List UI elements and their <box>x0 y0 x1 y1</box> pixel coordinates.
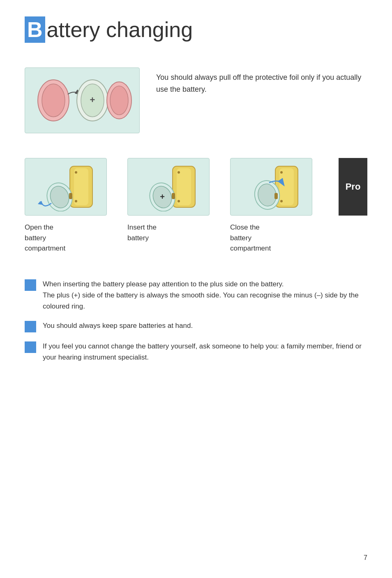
intro-text: You should always pull off the protectiv… <box>156 67 367 95</box>
svg-text:+: + <box>160 192 165 201</box>
intro-battery-svg: + <box>29 72 136 129</box>
title-highlight: B <box>25 16 45 43</box>
note-text-2: You should always keep spare batteries a… <box>43 320 193 331</box>
svg-point-14 <box>75 200 77 202</box>
step-insert: + Insert the battery <box>127 158 218 243</box>
note-item-3: If you feel you cannot change the batter… <box>25 341 367 363</box>
svg-point-1 <box>42 84 65 117</box>
svg-point-6 <box>110 86 128 115</box>
svg-point-22 <box>178 200 180 202</box>
step-insert-image: + <box>127 158 210 216</box>
note-icon-3 <box>25 341 36 353</box>
note-item-1: When inserting the battery please pay at… <box>25 279 367 312</box>
step-insert-label: Insert the battery <box>127 222 157 243</box>
svg-rect-27 <box>274 193 278 199</box>
step-open: Open the battery compartment <box>25 158 115 254</box>
note-icon-2 <box>25 321 36 332</box>
intro-image: + <box>25 67 140 133</box>
note-text-3: If you feel you cannot change the batter… <box>43 341 367 363</box>
step-open-label: Open the battery compartment <box>25 222 65 254</box>
svg-text:+: + <box>90 95 95 105</box>
step-insert-svg: + <box>131 162 205 211</box>
svg-rect-19 <box>172 193 175 199</box>
svg-point-21 <box>178 171 180 174</box>
svg-point-29 <box>280 200 283 202</box>
page-container: Battery changing + <box>0 0 392 578</box>
note-icon-1 <box>25 279 36 291</box>
step-close-image <box>230 158 312 216</box>
step-close-svg <box>234 162 308 211</box>
svg-point-28 <box>280 171 283 174</box>
note-text-1: When inserting the battery please pay at… <box>43 279 367 312</box>
svg-rect-24 <box>279 168 294 205</box>
steps-section: Open the battery compartment + <box>25 158 367 254</box>
title-section: Battery changing <box>25 16 367 43</box>
note-item-2: You should always keep spare batteries a… <box>25 320 367 332</box>
title-rest: attery changing <box>47 17 193 42</box>
page-number: 7 <box>364 554 367 562</box>
step-open-svg <box>29 162 103 211</box>
step-open-image <box>25 158 107 216</box>
svg-rect-11 <box>69 193 72 199</box>
svg-rect-16 <box>177 168 191 205</box>
notes-section: When inserting the battery please pay at… <box>25 279 367 363</box>
step-close-label: Close the battery compartment <box>230 222 271 254</box>
pro-badge: Pro <box>339 158 367 216</box>
svg-point-13 <box>75 171 77 174</box>
svg-rect-8 <box>74 168 88 205</box>
intro-section: + You should always pull off the protect… <box>25 67 367 133</box>
step-close: Close the battery compartment <box>230 158 321 254</box>
